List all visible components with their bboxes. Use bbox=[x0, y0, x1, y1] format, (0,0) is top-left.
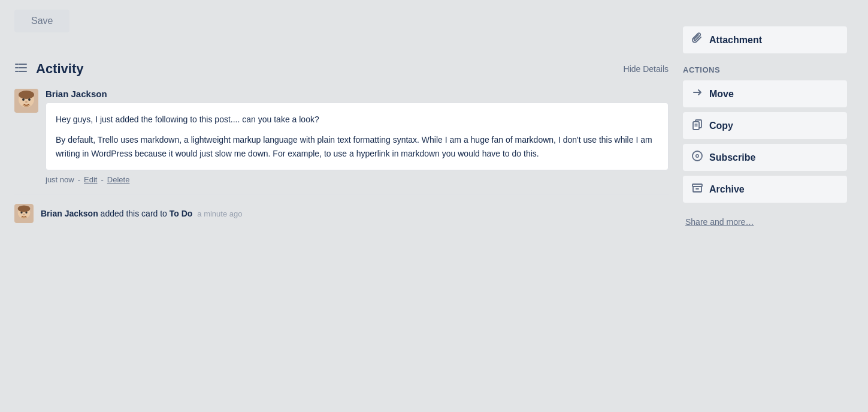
svg-point-15 bbox=[20, 212, 22, 213]
comment-paragraph-2: By default, Trello uses markdown, a ligh… bbox=[56, 133, 658, 160]
activity-list-icon bbox=[14, 61, 28, 77]
copy-button[interactable]: Copy bbox=[683, 112, 847, 139]
subscribe-button[interactable]: Subscribe bbox=[683, 144, 847, 171]
attachment-button[interactable]: Attachment bbox=[683, 26, 847, 53]
activity-log-avatar bbox=[14, 204, 34, 223]
comment-timestamp: just now bbox=[46, 175, 74, 184]
move-icon bbox=[691, 86, 703, 101]
attachment-icon bbox=[691, 32, 703, 47]
hide-details-link[interactable]: Hide Details bbox=[624, 64, 669, 74]
sidebar: Attachment Actions Move Cop bbox=[683, 0, 857, 412]
comment-meta: just now - Edit - Delete bbox=[46, 175, 669, 184]
comment-entry: Brian Jackson Hey guys, I just added the… bbox=[14, 89, 669, 184]
meta-separator-2: - bbox=[101, 175, 103, 184]
copy-icon bbox=[691, 118, 703, 133]
svg-point-16 bbox=[25, 212, 27, 213]
share-and-more-link[interactable]: Share and more… bbox=[685, 217, 847, 227]
svg-point-14 bbox=[18, 206, 31, 212]
svg-point-10 bbox=[28, 98, 31, 101]
save-button[interactable]: Save bbox=[14, 10, 69, 32]
subscribe-label: Subscribe bbox=[709, 152, 755, 163]
archive-icon bbox=[691, 182, 703, 197]
archive-label: Archive bbox=[709, 184, 745, 195]
activity-heading: Activity bbox=[36, 61, 83, 77]
comment-author-name: Brian Jackson bbox=[46, 89, 669, 99]
activity-log-destination: To Do bbox=[170, 209, 193, 218]
svg-point-17 bbox=[23, 214, 25, 215]
comment-edit-link[interactable]: Edit bbox=[84, 175, 97, 184]
move-label: Move bbox=[709, 89, 734, 100]
meta-separator-1: - bbox=[78, 175, 80, 184]
svg-point-11 bbox=[25, 101, 28, 103]
activity-log-action: added this card to bbox=[98, 209, 170, 218]
svg-point-24 bbox=[697, 155, 698, 157]
activity-log-entry: Brian Jackson added this card to To Do a… bbox=[14, 194, 669, 223]
attachment-label: Attachment bbox=[709, 35, 762, 46]
comment-body: Brian Jackson Hey guys, I just added the… bbox=[46, 89, 669, 184]
activity-log-author: Brian Jackson bbox=[41, 209, 98, 218]
activity-log-timestamp: a minute ago bbox=[197, 209, 242, 218]
actions-heading: Actions bbox=[683, 65, 847, 74]
comment-paragraph-1: Hey guys, I just added the following to … bbox=[56, 113, 658, 126]
copy-label: Copy bbox=[709, 121, 733, 131]
archive-button[interactable]: Archive bbox=[683, 176, 847, 203]
comment-text-box: Hey guys, I just added the following to … bbox=[46, 103, 669, 170]
comment-delete-link[interactable]: Delete bbox=[107, 175, 130, 184]
svg-point-8 bbox=[19, 91, 34, 99]
subscribe-icon bbox=[691, 150, 703, 165]
svg-point-9 bbox=[22, 98, 25, 101]
move-button[interactable]: Move bbox=[683, 80, 847, 107]
activity-log-text: Brian Jackson added this card to To Do a… bbox=[41, 204, 242, 218]
avatar bbox=[14, 89, 38, 113]
